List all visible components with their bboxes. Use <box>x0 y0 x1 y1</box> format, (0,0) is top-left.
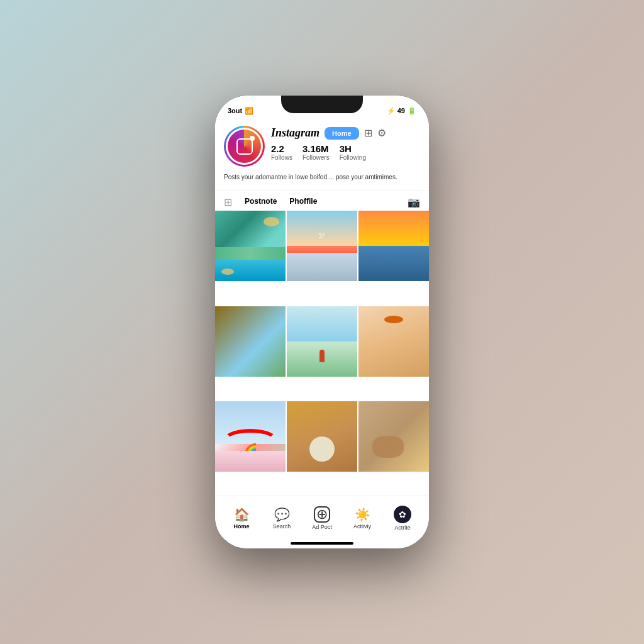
home-button[interactable]: Home <box>325 127 359 140</box>
search-icon: 💬 <box>274 507 290 522</box>
profile-name-row: Instagram Home ⊞ ⚙ <box>271 126 420 140</box>
bottom-nav: 🏠 Home 💬 Search ⊕ Ad Poct ☀️ Actiiviy ✿ <box>215 496 429 540</box>
nav-search[interactable]: 💬 Search <box>266 507 297 530</box>
followers-count: 3.16M <box>303 143 329 154</box>
nav-activity[interactable]: ☀️ Actiiviy <box>347 507 378 530</box>
grid-cell-9[interactable] <box>358 401 429 472</box>
nav-add-post[interactable]: ⊕ Ad Poct <box>306 506 338 530</box>
profile-top: Instagram Home ⊞ ⚙ 2.2 Follows <box>224 126 420 167</box>
home-label: Home <box>233 523 249 530</box>
avatar <box>224 126 265 167</box>
grid-cell-2[interactable]: 🕊 <box>287 211 357 281</box>
settings-icon[interactable]: ⚙ <box>377 127 386 139</box>
profile-tabs: ⊞ Postnote Phoffile 📷 <box>215 191 429 211</box>
home-indicator <box>291 542 353 545</box>
phone-notch <box>281 96 363 113</box>
follows-label: Follows <box>271 154 292 161</box>
time-text: ⚡ 49 <box>387 107 405 115</box>
photo-grid: 🕊 <box>215 211 429 496</box>
layout-icon[interactable]: ⊞ <box>364 127 372 139</box>
follows-count: 2.2 <box>271 143 284 154</box>
grid-cell-7[interactable]: 🌈 <box>215 401 286 472</box>
grid-cell-3[interactable] <box>358 211 429 281</box>
home-icon: 🏠 <box>234 507 250 522</box>
phone: 3out 📶 ⚡ 49 🔋 <box>215 96 429 548</box>
following-label: Following <box>340 154 366 161</box>
bio-text: Posts your adomantne in lowe boifod.... … <box>224 173 420 182</box>
screen: Instagram Home ⊞ ⚙ 2.2 Follows <box>215 121 429 548</box>
tab-postnote[interactable]: Postnote <box>245 197 277 208</box>
followers-label: Followers <box>303 154 330 161</box>
add-post-icon: ⊕ <box>314 506 330 523</box>
search-label: Search <box>273 523 291 530</box>
grid-cell-5[interactable] <box>287 306 357 377</box>
grid-cell-6[interactable] <box>358 306 429 377</box>
carrier-text: 3out <box>228 107 242 114</box>
activity-icon: ☀️ <box>355 507 370 522</box>
profile-stats: 2.2 Follows 3.16M Followers 3H Following <box>271 143 420 161</box>
grid-cell-1[interactable] <box>215 211 286 281</box>
signal-icon: 📶 <box>245 107 253 115</box>
grid-cell-4[interactable] <box>215 306 286 377</box>
profile-nav-label: Actrite <box>394 525 411 531</box>
tab-phoffile[interactable]: Phoffile <box>289 197 317 208</box>
hand-container: 3out 📶 ⚡ 49 🔋 <box>102 39 542 605</box>
instagram-logo-icon <box>228 130 261 163</box>
camera-icon[interactable]: 📷 <box>408 196 420 208</box>
profile-header: Instagram Home ⊞ ⚙ 2.2 Follows <box>215 121 429 191</box>
stat-follows: 2.2 Follows <box>271 143 292 161</box>
status-right: ⚡ 49 🔋 <box>387 107 416 115</box>
activity-label: Actiiviy <box>353 523 371 530</box>
battery-icon: 🔋 <box>408 107 416 115</box>
app-name: Instagram <box>271 126 319 140</box>
stat-following: 3H Following <box>340 143 366 161</box>
stat-followers: 3.16M Followers <box>303 143 330 161</box>
profile-nav-icon: ✿ <box>394 506 411 523</box>
profile-right: Instagram Home ⊞ ⚙ 2.2 Follows <box>271 126 420 166</box>
nav-home[interactable]: 🏠 Home <box>226 507 257 530</box>
nav-profile[interactable]: ✿ Actrite <box>387 506 418 531</box>
status-left: 3out 📶 <box>228 107 253 115</box>
following-count: 3H <box>340 143 352 154</box>
grid-icon[interactable]: ⊞ <box>224 196 232 208</box>
grid-cell-8[interactable] <box>287 401 357 472</box>
add-post-label: Ad Poct <box>312 524 332 530</box>
